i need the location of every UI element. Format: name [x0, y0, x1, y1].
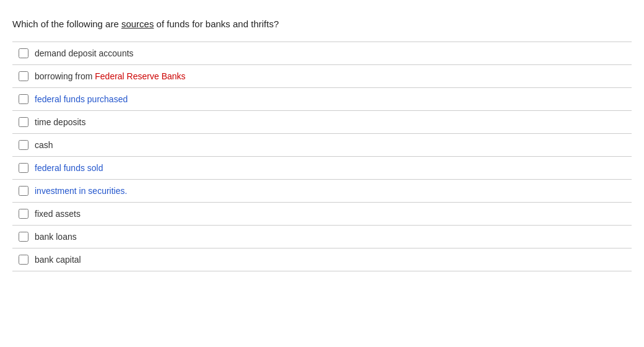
question-suffix: of funds for banks and thrifts?	[154, 19, 279, 29]
option-label-opt7[interactable]: investment in securities.	[35, 186, 127, 196]
question-underlined: sources	[121, 19, 154, 29]
checkbox-opt4[interactable]	[19, 117, 28, 127]
highlight-blue-text-6: federal funds sold	[35, 163, 103, 173]
option-label-opt4[interactable]: time deposits	[35, 117, 85, 127]
option-label-opt2[interactable]: borrowing from Federal Reserve Banks	[35, 71, 186, 81]
highlight-blue-text-7: investment in securities.	[35, 186, 127, 196]
option-label-opt3[interactable]: federal funds purchased	[35, 94, 128, 104]
checkbox-opt2[interactable]	[19, 71, 28, 81]
highlight-red-text: Federal Reserve Banks	[95, 71, 185, 81]
option-row: cash	[12, 134, 632, 156]
checkbox-opt7[interactable]	[19, 186, 28, 196]
checkbox-opt5[interactable]	[19, 140, 28, 150]
highlight-blue-text-3: federal funds purchased	[35, 94, 128, 104]
option-label-opt9[interactable]: bank loans	[35, 232, 77, 242]
checkbox-opt10[interactable]	[19, 255, 28, 265]
checkbox-opt8[interactable]	[19, 209, 28, 219]
option-row: federal funds sold	[12, 157, 632, 179]
question-text: Which of the following are sources of fu…	[12, 19, 632, 29]
option-row: fixed assets	[12, 203, 632, 225]
checkbox-opt3[interactable]	[19, 94, 28, 104]
checkbox-opt9[interactable]	[19, 232, 28, 242]
divider-10	[12, 271, 632, 271]
option-row: demand deposit accounts	[12, 42, 632, 64]
option-label-opt1[interactable]: demand deposit accounts	[35, 48, 134, 58]
option-label-opt6[interactable]: federal funds sold	[35, 163, 103, 173]
option-label-opt10[interactable]: bank capital	[35, 255, 81, 265]
option-row: time deposits	[12, 111, 632, 133]
option-label-opt5[interactable]: cash	[35, 140, 53, 150]
option-row: investment in securities.	[12, 180, 632, 202]
option-row: bank loans	[12, 226, 632, 248]
question-prefix: Which of the following are	[12, 19, 121, 29]
checkbox-opt1[interactable]	[19, 48, 28, 58]
option-row: federal funds purchased	[12, 88, 632, 110]
option-row: borrowing from Federal Reserve Banks	[12, 65, 632, 87]
option-row: bank capital	[12, 248, 632, 271]
checkbox-opt6[interactable]	[19, 163, 28, 173]
option-label-opt8[interactable]: fixed assets	[35, 209, 80, 219]
